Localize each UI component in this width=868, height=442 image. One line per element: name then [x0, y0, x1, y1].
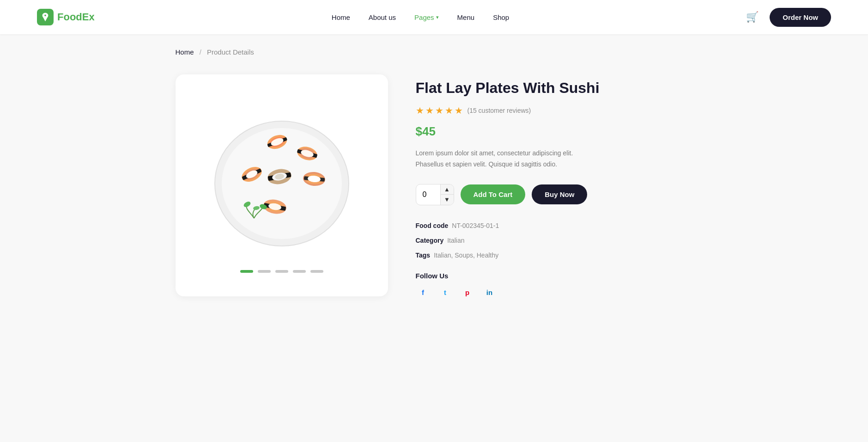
tags-label: Tags: [416, 252, 431, 259]
star-rating: ★ ★ ★ ★ ★: [416, 105, 463, 116]
carousel-dot-5[interactable]: [310, 270, 323, 273]
nav-shop[interactable]: Shop: [493, 13, 509, 21]
breadcrumb-current: Product Details: [207, 48, 254, 56]
quantity-down-button[interactable]: ▼: [441, 195, 454, 205]
carousel-dot-3[interactable]: [275, 270, 288, 273]
category-value: Italian: [447, 237, 464, 244]
pinterest-icon[interactable]: p: [460, 285, 475, 300]
quantity-up-button[interactable]: ▲: [441, 184, 454, 195]
category-row: Category Italian: [416, 237, 693, 244]
actions-row: ▲ ▼ Add To Cart Buy Now: [416, 184, 693, 205]
product-info: Flat Lay Plates With Sushi ★ ★ ★ ★ ★ (15…: [416, 74, 693, 300]
product-description: Lorem ipsum dolor sit amet, consectetur …: [416, 148, 601, 170]
category-label: Category: [416, 237, 444, 244]
carousel-dot-2[interactable]: [258, 270, 271, 273]
logo-icon: [37, 9, 54, 25]
logo[interactable]: FoodEx: [37, 9, 95, 25]
nav-about[interactable]: About us: [369, 13, 396, 21]
food-code-value: NT-002345-01-1: [452, 222, 499, 229]
star-2: ★: [425, 105, 434, 116]
nav-home[interactable]: Home: [332, 13, 350, 21]
linkedin-icon[interactable]: in: [482, 285, 497, 300]
quantity-input[interactable]: [416, 186, 440, 203]
review-count: (15 customer reviews): [467, 107, 531, 114]
breadcrumb-separator: /: [200, 48, 201, 56]
cart-icon[interactable]: 🛒: [746, 11, 759, 23]
header-right: 🛒 Order Now: [746, 8, 831, 27]
social-icons: f t p in: [416, 285, 693, 300]
header: FoodEx Home About us Pages ▾ Menu Shop 🛒…: [0, 0, 868, 34]
quantity-controls: ▲ ▼: [440, 184, 454, 205]
product-image: [203, 98, 360, 255]
quantity-box: ▲ ▼: [416, 184, 454, 205]
breadcrumb-home[interactable]: Home: [176, 48, 194, 56]
order-now-button[interactable]: Order Now: [770, 8, 831, 27]
nav-menu[interactable]: Menu: [457, 13, 475, 21]
nav-pages[interactable]: Pages ▾: [414, 13, 439, 21]
carousel-dot-1[interactable]: [240, 270, 253, 273]
twitter-icon[interactable]: t: [438, 285, 453, 300]
product-image-section: [176, 74, 388, 296]
star-5: ★: [455, 105, 463, 116]
food-code-label: Food code: [416, 222, 449, 229]
main-nav: Home About us Pages ▾ Menu Shop: [332, 13, 509, 21]
logo-text: FoodEx: [57, 11, 95, 23]
image-card: [176, 74, 388, 296]
breadcrumb: Home / Product Details: [176, 48, 693, 56]
facebook-icon[interactable]: f: [416, 285, 431, 300]
carousel-dot-4[interactable]: [293, 270, 306, 273]
star-3: ★: [435, 105, 443, 116]
tags-row: Tags Italian, Soups, Healthy: [416, 252, 693, 259]
product-title: Flat Lay Plates With Sushi: [416, 79, 693, 97]
main-content: Home / Product Details: [157, 34, 711, 328]
tags-value: Italian, Soups, Healthy: [434, 252, 498, 259]
carousel-dots: [240, 270, 323, 273]
chevron-down-icon: ▾: [436, 14, 439, 20]
product-layout: Flat Lay Plates With Sushi ★ ★ ★ ★ ★ (15…: [176, 74, 693, 300]
star-4: ★: [445, 105, 453, 116]
star-1: ★: [416, 105, 424, 116]
rating-row: ★ ★ ★ ★ ★ (15 customer reviews): [416, 105, 693, 116]
meta-section: Food code NT-002345-01-1 Category Italia…: [416, 222, 693, 259]
follow-section: Follow Us f t p in: [416, 272, 693, 300]
follow-label: Follow Us: [416, 272, 693, 280]
add-to-cart-button[interactable]: Add To Cart: [461, 184, 526, 204]
buy-now-button[interactable]: Buy Now: [532, 184, 587, 204]
food-code-row: Food code NT-002345-01-1: [416, 222, 693, 229]
product-price: $45: [416, 124, 693, 139]
